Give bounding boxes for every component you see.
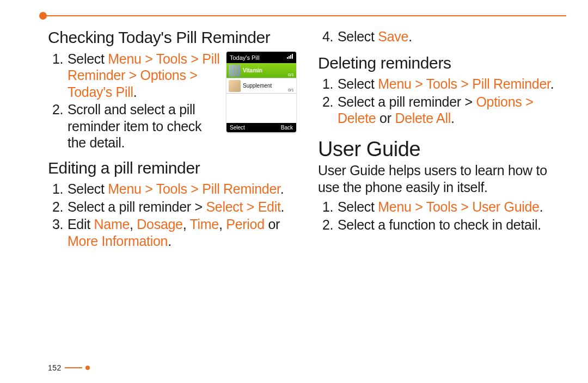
header-rule bbox=[44, 15, 566, 16]
step-text: . bbox=[280, 181, 284, 196]
menu-path: Menu > Tools > User Guide bbox=[378, 199, 539, 214]
phone-blank-area bbox=[226, 94, 296, 123]
header-dot-icon bbox=[39, 12, 47, 20]
step-text: Edit bbox=[68, 217, 94, 232]
step-text: Select a pill reminder > bbox=[338, 94, 476, 109]
list-item: Select Menu > Tools > Pill Reminder. bbox=[56, 181, 296, 197]
step-text: . bbox=[550, 76, 554, 91]
menu-path: Menu > Tools > Pill Reminder bbox=[108, 181, 280, 196]
pill-name: Vitamin bbox=[243, 67, 262, 73]
step-text: , bbox=[130, 217, 137, 232]
step-text: Select bbox=[68, 51, 108, 66]
pill-count: 0/1 bbox=[288, 88, 294, 92]
step-text: Select bbox=[338, 29, 378, 44]
pill-thumb-icon bbox=[229, 65, 241, 77]
step-text: . bbox=[540, 199, 543, 214]
phone-softkeys: Select Back bbox=[226, 123, 296, 132]
softkey-right: Back bbox=[281, 125, 293, 131]
field-name: Dosage bbox=[137, 217, 182, 232]
phone-list-item-selected: Vitamin 0/1 bbox=[226, 63, 296, 78]
step-text: or bbox=[265, 217, 280, 232]
menu-path: Select > Edit bbox=[206, 199, 280, 214]
step-text: Select a pill reminder > bbox=[68, 199, 206, 214]
page-number-row: 152 bbox=[48, 363, 90, 372]
section2-steps: Select Menu > Tools > Pill Reminder. Sel… bbox=[56, 181, 296, 250]
phone-title: Today's Pill bbox=[230, 54, 260, 61]
step-text: . bbox=[168, 233, 171, 249]
step-text: Select bbox=[338, 199, 378, 214]
right-column: Select Save. Deleting reminders Select M… bbox=[318, 28, 566, 361]
list-item: Select a pill reminder > Select > Edit. bbox=[56, 199, 296, 215]
step-text: . bbox=[281, 199, 285, 214]
pill-count: 0/1 bbox=[288, 72, 294, 77]
page-number: 152 bbox=[48, 363, 62, 372]
list-item: Scroll and select a pill reminder item t… bbox=[56, 101, 221, 151]
phone-screenshot: Today's Pill Vitamin 0/1 Supplement 0/1 bbox=[226, 52, 296, 132]
list-item: Select Menu > Tools > Pill Reminder > Op… bbox=[56, 51, 221, 101]
field-name: Period bbox=[226, 217, 264, 232]
list-item: Select Menu > Tools > Pill Reminder. bbox=[326, 76, 566, 92]
phone-list-item: Supplement 0/1 bbox=[226, 78, 296, 94]
section-heading-userguide: User Guide bbox=[318, 138, 566, 162]
section-heading-editing: Editing a pill reminder bbox=[48, 159, 296, 178]
phone-titlebar: Today's Pill bbox=[226, 52, 296, 63]
step-text: , bbox=[183, 217, 190, 232]
field-name: Time bbox=[190, 217, 219, 232]
userguide-intro: User Guide helps users to learn how to u… bbox=[318, 162, 566, 195]
section1-steps-wrap: Select Menu > Tools > Pill Reminder > Op… bbox=[48, 51, 221, 159]
list-item: Select a pill reminder > Options > Delet… bbox=[326, 94, 566, 127]
page-rule bbox=[65, 367, 82, 368]
step-text: or bbox=[376, 110, 395, 126]
softkey-left: Select bbox=[230, 125, 245, 131]
list-item: Select Save. bbox=[326, 28, 566, 45]
step-text: . bbox=[408, 29, 412, 44]
list-item: Select Menu > Tools > User Guide. bbox=[326, 199, 566, 215]
step-text: . bbox=[451, 110, 455, 126]
pill-thumb-icon bbox=[229, 80, 241, 92]
step-text: . bbox=[133, 84, 137, 100]
section-heading-deleting: Deleting reminders bbox=[318, 54, 566, 73]
section-heading-checking: Checking Today's Pill Reminder bbox=[48, 28, 296, 47]
step-text: , bbox=[219, 217, 226, 232]
menu-path: Menu > Tools > Pill Reminder bbox=[378, 76, 550, 91]
step-text: Select bbox=[68, 181, 108, 196]
menu-path: Delete All bbox=[395, 110, 451, 126]
list-item: Select a function to check in detail. bbox=[326, 217, 566, 233]
section3-steps: Select Menu > Tools > Pill Reminder. Sel… bbox=[326, 76, 566, 128]
field-name: Name bbox=[94, 217, 130, 232]
page-dot-icon bbox=[85, 366, 90, 370]
signal-icon bbox=[287, 54, 293, 59]
phone-list: Vitamin 0/1 Supplement 0/1 bbox=[226, 63, 296, 123]
pill-name: Supplement bbox=[243, 83, 272, 89]
step-text: Select bbox=[338, 76, 378, 91]
section2-steps-continued: Select Save. bbox=[326, 28, 566, 46]
field-name: More Information bbox=[68, 233, 168, 249]
content-columns: Checking Today's Pill Reminder Select Me… bbox=[48, 28, 566, 361]
row-with-phone: Select Menu > Tools > Pill Reminder > Op… bbox=[48, 51, 296, 159]
section1-steps: Select Menu > Tools > Pill Reminder > Op… bbox=[56, 51, 221, 151]
list-item: Edit Name, Dosage, Time, Period or More … bbox=[56, 216, 296, 249]
left-column: Checking Today's Pill Reminder Select Me… bbox=[48, 28, 296, 361]
menu-path: Save bbox=[378, 29, 408, 44]
section4-steps: Select Menu > Tools > User Guide. Select… bbox=[326, 199, 566, 234]
